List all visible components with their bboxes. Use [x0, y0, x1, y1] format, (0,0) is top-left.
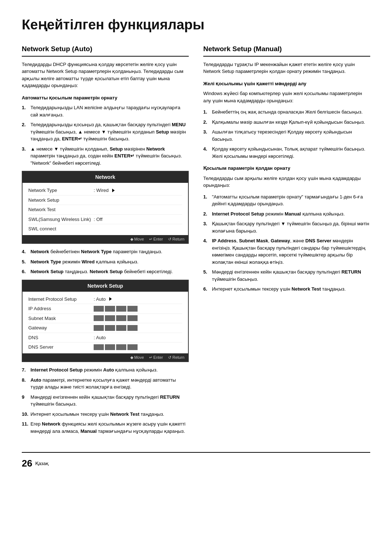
list-item: 2. Теледидарыңызды қосыңыз да, қашықтан … — [22, 121, 189, 143]
right-steps-list-2: 1. "Автоматты қосылым параметрін орнату"… — [203, 193, 370, 293]
right-subsection1-title: Желі қосылымы үшін қажетті мәндерді алу — [203, 80, 370, 87]
setup-row-dnsserver: DNS Server — [28, 342, 182, 352]
left-intro: Теледидарды DHCP функциясына қолдау көрс… — [22, 61, 189, 89]
masked-value — [94, 325, 138, 331]
page-title: Кеңейтілген функциялары — [22, 15, 370, 35]
page-number: 26 — [22, 456, 32, 471]
network-setup-box-header: Network Setup — [23, 280, 188, 292]
list-item: 4. IP Address, Subnet Mask, Gateway, жән… — [203, 237, 370, 266]
left-section-title: Network Setup (Auto) — [22, 44, 189, 57]
list-item: 6. Интернет қосылымын тексеру үшін Netwo… — [203, 286, 370, 293]
network-box-footer: ◆ Move ↵ Enter ↺ Return — [23, 235, 188, 243]
list-item: 6. Network Setup таңдаңыз. Network Setup… — [22, 268, 189, 275]
right-section-title: Network Setup (Manual) — [203, 44, 370, 57]
network-setup-box-body: Internet Protocol Setup : Auto IP Addres… — [23, 292, 188, 353]
network-row-type: Network Type : Wired — [28, 186, 182, 196]
network-ui-box: Network Network Type : Wired Network Set… — [22, 171, 189, 244]
masked-value — [94, 344, 138, 350]
setup-row-ip: IP Address — [28, 304, 182, 314]
network-box-header: Network — [23, 172, 188, 183]
list-item: 5. Network Type режимін Wired қалпына қо… — [22, 258, 189, 266]
list-item: 1. "Автоматты қосылым параметрін орнату"… — [203, 193, 370, 208]
left-column: Network Setup (Auto) Теледидарды DHCP фу… — [22, 44, 189, 438]
right-steps-list-1: 1. Бейнебеттің оң жақ астында орналасқан… — [203, 108, 370, 160]
page-number-bar: 26 Қазақ — [22, 452, 370, 471]
right-column: Network Setup (Manual) Теледидарды тұрақ… — [203, 44, 370, 438]
right-intro2: Windows жүйесі бар компьютерлер үшін жел… — [203, 90, 370, 104]
list-item: 3. Ашылған тілқатысу терезесіндегі Қолда… — [203, 128, 370, 143]
arrow-icon — [112, 189, 115, 192]
list-item: 5. Мәндерді енгізгеннен кейін қашықтан б… — [203, 268, 370, 283]
list-item: 10. Интернет қосылымын тексеру үшін Netw… — [22, 411, 189, 418]
list-item: 7. Internet Protocol Setup режимін Auto … — [22, 366, 189, 374]
list-item: 3. Қашықтан басқару пультіндегі ▼ түймеш… — [203, 220, 370, 234]
list-item: 4. Қолдау көрсету қойындысынан, Толық ақ… — [203, 145, 370, 160]
right-intro: Теледидарды тұрақты IP мекенжайын қажет … — [203, 61, 370, 75]
list-item: 4. Network бейнебетінен Network Type пар… — [22, 248, 189, 255]
network-row-swl: SWL(Samsung Wireless Link) : Off — [28, 215, 182, 225]
steps-list-1: 1. Теледидарыңызды LAN желісіне алдыңғы … — [22, 104, 189, 167]
steps-list-3: 7. Internet Protocol Setup режимін Auto … — [22, 366, 189, 435]
list-item: 11. Егер Network функциясы желі қосылымы… — [22, 420, 189, 435]
network-setup-box-footer: ◆ Move ↵ Enter ↺ Return — [23, 353, 188, 362]
list-item: 8. Auto параметрі, интернетке қосылуға қ… — [22, 377, 189, 391]
page-language: Қазақ — [35, 460, 49, 467]
network-row-test: Network Test — [28, 205, 182, 215]
arrow-icon — [109, 297, 112, 301]
setup-row-dns: DNS : Auto — [28, 333, 182, 343]
setup-row-gateway: Gateway — [28, 323, 182, 333]
list-item: 1. Бейнебеттің оң жақ астында орналасқан… — [203, 108, 370, 116]
network-box-body: Network Type : Wired Network Setup Netwo… — [23, 183, 188, 235]
two-column-layout: Network Setup (Auto) Теледидарды DHCP фу… — [22, 44, 370, 438]
subsection1-title: Автоматты қосылым параметрін орнату — [22, 94, 189, 102]
right-subsection2-title: Қосылым параметрін қолдан орнату — [203, 165, 370, 172]
network-row-setup: Network Setup — [28, 196, 182, 205]
setup-row-ips: Internet Protocol Setup : Auto — [28, 295, 182, 304]
list-item: 2. Internet Protocol Setup режимін Manua… — [203, 210, 370, 218]
list-item: 1. Теледидарыңызды LAN желісіне алдыңғы … — [22, 104, 189, 118]
steps-list-2: 4. Network бейнебетінен Network Type пар… — [22, 248, 189, 275]
masked-value — [94, 315, 138, 321]
right-intro3: Теледидарды сым арқылы желіге қолдан қос… — [203, 175, 370, 189]
masked-value — [94, 306, 138, 312]
network-setup-ui-box: Network Setup Internet Protocol Setup : … — [22, 280, 189, 362]
setup-row-subnet: Subnet Mask — [28, 314, 182, 324]
list-item: 9 Мәндерді енгізгеннен кейін қашықтан ба… — [22, 394, 189, 408]
list-item: 3. ▲ немесе ▼ түймешігін қолданып, Setup… — [22, 145, 189, 167]
network-row-swlconnect: SWL connect — [28, 224, 182, 234]
list-item: 2. Қалқымалы мәзір ашылған кезде Қалып-к… — [203, 119, 370, 126]
